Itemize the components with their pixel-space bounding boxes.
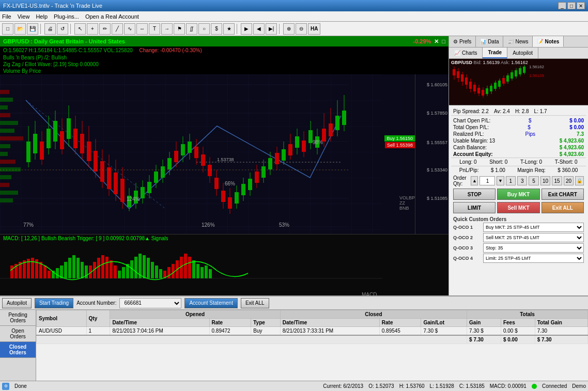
qco-2-select[interactable]: Sell MKT: 25 STP-45 LMT	[483, 233, 584, 242]
qty-1-btn[interactable]: 1	[506, 176, 516, 185]
chart-area[interactable]: GBP/USD : Daily Great Britain - United S…	[0, 36, 448, 295]
chart-max-btn[interactable]: □	[442, 38, 445, 44]
tab-data[interactable]: 📊 Data	[476, 36, 503, 47]
svg-rect-165	[159, 269, 162, 278]
l-label: L: 1.7	[534, 108, 547, 114]
tab-news[interactable]: 📰 News	[503, 36, 533, 47]
subtab-trade[interactable]: Trade	[483, 48, 507, 58]
dollar-tool[interactable]: $	[211, 23, 222, 35]
pen-tool[interactable]: ✏	[99, 23, 111, 35]
menu-help[interactable]: Help	[36, 13, 48, 20]
qco-4-select[interactable]: Limit: 25 STP-45 LMT	[483, 254, 584, 263]
qty-special-btn[interactable]: 🔒	[575, 176, 584, 185]
stop-button[interactable]: STOP	[453, 189, 496, 200]
svg-rect-89	[241, 184, 245, 195]
menu-view[interactable]: View	[18, 13, 30, 20]
macd-area: MACD: [ 12,26 ] Bullish Bearish Trigger:…	[0, 234, 448, 295]
qty-20-btn[interactable]: 20	[564, 176, 574, 185]
chart-open-pl-row: Chart Open P/L: $ $ 0.00	[451, 117, 586, 124]
account-equity-label: Account Equity:	[453, 151, 493, 157]
col-gain-lot: Gain/Lot	[421, 319, 467, 327]
col-qty: Qty	[86, 310, 110, 327]
crosshair-tool[interactable]: +	[87, 23, 98, 35]
star-tool[interactable]: ★	[223, 23, 235, 35]
forward-tool[interactable]: ▶|	[266, 23, 277, 35]
realized-pl-link[interactable]: Pips	[525, 131, 535, 137]
refresh-button[interactable]: ↺	[57, 23, 68, 35]
print-button[interactable]: 🖨	[44, 23, 56, 35]
fib-tool[interactable]: ∬	[186, 23, 197, 35]
qty-input[interactable]	[479, 176, 495, 185]
circle-tool[interactable]: ○	[198, 23, 210, 35]
sell-mkt-button[interactable]: Sell MKT	[497, 202, 539, 213]
closed-orders-tab[interactable]: Closed Orders	[0, 342, 36, 358]
menu-open-account[interactable]: Open a Real Account	[85, 13, 139, 20]
row-open-rate: 0.89472	[209, 327, 251, 336]
pip-spread-row: Pip Spread: 2.2 Av: 2.4 H: 2.8 L: 1.7	[451, 107, 586, 116]
subtab-autopilot[interactable]: Autopilot	[507, 48, 538, 58]
menu-file[interactable]: File	[2, 13, 11, 20]
qty-10-btn[interactable]: 10	[540, 176, 550, 185]
sell-line[interactable]: Sell 1.55398	[385, 142, 415, 148]
arrow-tool[interactable]: →	[161, 23, 173, 35]
qco-1-select[interactable]: Buy MKT: 25 STP-45 LMT	[483, 223, 584, 232]
qty-up-btn[interactable]: ▲	[471, 176, 478, 185]
qco-3-select[interactable]: Stop: 35	[483, 243, 584, 253]
svg-rect-208	[506, 75, 509, 82]
qty-15-btn[interactable]: 15	[552, 176, 562, 185]
bottom-area: Autopilot Start Trading Account Number: …	[0, 295, 588, 381]
zoom-tool[interactable]: ⊕	[283, 23, 295, 35]
start-trading-btn[interactable]: Start Trading	[35, 298, 73, 308]
chart-open-pl-link[interactable]: $	[529, 118, 532, 123]
svg-rect-176	[205, 265, 208, 278]
new-button[interactable]: □	[2, 23, 13, 35]
account-number-select[interactable]: 666681	[119, 298, 181, 308]
svg-rect-69	[174, 151, 178, 162]
cursor-tool[interactable]: ↖	[74, 23, 86, 35]
play-tool[interactable]: ▶	[241, 23, 252, 35]
zoomout-tool[interactable]: ⊖	[296, 23, 307, 35]
limit-button[interactable]: LIMIT	[453, 202, 496, 213]
text-tool[interactable]: T	[149, 23, 160, 35]
ruler-tool[interactable]: ↔	[136, 23, 148, 35]
menu-plugins[interactable]: Plug-ins...	[54, 13, 79, 20]
autopilot-bottom-btn[interactable]: Autopilot	[2, 298, 32, 308]
col-totals-group: Totals	[467, 310, 588, 319]
pending-orders-tab[interactable]: Pending Orders	[0, 310, 36, 326]
svg-rect-186	[461, 74, 463, 82]
wave-tool[interactable]: ∿	[124, 23, 135, 35]
qty-3-btn[interactable]: 3	[517, 176, 527, 185]
mini-chart-svg: 1.56162 1.56139	[449, 59, 588, 105]
svg-text:1.56139: 1.56139	[529, 73, 544, 78]
exit-all-bottom-btn[interactable]: Exit ALL	[241, 298, 269, 308]
svg-rect-99	[275, 153, 279, 164]
subtab-charts[interactable]: 📈 Charts	[449, 48, 483, 58]
tab-notes[interactable]: 📝 Notes	[533, 36, 564, 47]
svg-rect-144	[72, 255, 75, 278]
main-content: GBP/USD : Daily Great Britain - United S…	[0, 36, 588, 295]
save-button[interactable]: 💾	[27, 23, 38, 35]
window-controls[interactable]: _ □ ✕	[558, 2, 585, 9]
open-orders-tab[interactable]: Open Orders	[0, 326, 36, 342]
total-open-pl-link[interactable]: $	[528, 124, 531, 130]
qty-down-btn[interactable]: ▼	[497, 176, 504, 185]
buy-mkt-button[interactable]: Buy MKT	[497, 189, 539, 200]
chart-close-btn[interactable]: ✕	[434, 38, 439, 45]
tab-prefs[interactable]: ⚙ Prefs	[449, 36, 476, 47]
minimize-button[interactable]: _	[558, 2, 566, 9]
flag-tool[interactable]: ⚑	[174, 23, 185, 35]
back-tool[interactable]: ◀	[253, 23, 265, 35]
close-button[interactable]: ✕	[577, 2, 585, 9]
qty-5-btn[interactable]: 5	[529, 176, 538, 185]
exit-chart-button[interactable]: Exit CHART	[541, 189, 584, 200]
account-statement-btn[interactable]: Account Statement	[184, 298, 238, 308]
macd-svg: MACD	[0, 242, 382, 295]
svg-text:1.53738: 1.53738	[217, 157, 234, 162]
exit-all-button[interactable]: Exit ALL	[541, 202, 584, 213]
price-chart[interactable]: 124% 66% 98% 77% 126% 53% 1.53738 $ 1.60…	[0, 74, 448, 234]
line-tool[interactable]: ╱	[112, 23, 123, 35]
svg-text:53%: 53%	[279, 222, 289, 228]
open-button[interactable]: 📂	[14, 23, 26, 35]
maximize-button[interactable]: □	[567, 2, 576, 9]
buy-line[interactable]: Buy 1.56150	[384, 135, 415, 142]
